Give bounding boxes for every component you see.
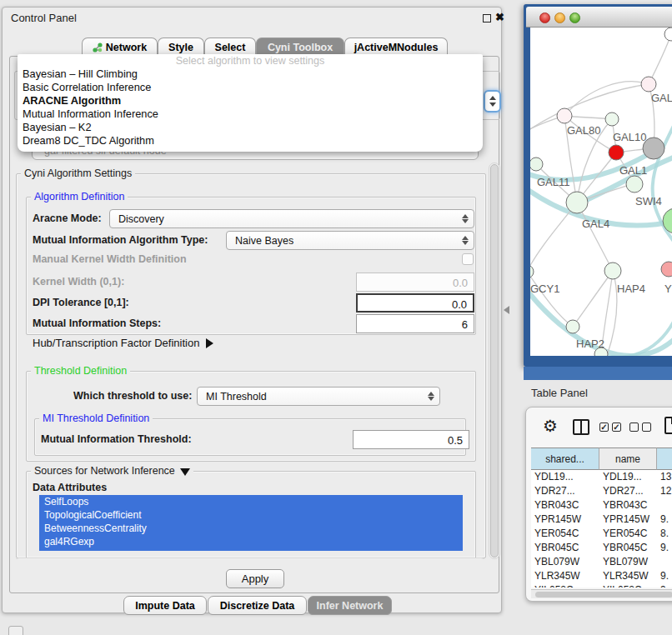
algorithm-combobox-spinner[interactable]	[484, 90, 501, 112]
network-edge[interactable]	[649, 34, 671, 84]
table-row[interactable]: YDR27...YDR27...12	[531, 484, 672, 498]
network-canvas[interactable]: GAL GAL80 GAL10 GAL1 GAL11 SWI4 GAL4 GCY…	[530, 28, 672, 356]
network-node[interactable]	[641, 77, 656, 92]
list-item-selected[interactable]: TopologicalCoefficient	[44, 509, 142, 522]
cell: YDR27...	[599, 484, 657, 498]
table-row[interactable]: YBL079WYBL079W	[531, 555, 672, 569]
table-horizontal-scrollbar[interactable]	[531, 589, 672, 598]
network-node[interactable]	[530, 265, 534, 278]
network-node[interactable]	[609, 145, 624, 160]
table-row[interactable]: YIL052CYIL052C9	[531, 583, 672, 588]
network-node[interactable]	[605, 112, 619, 126]
list-item-selected[interactable]: SelfLoops	[44, 496, 88, 509]
table-row[interactable]: YPR145WYPR145W9.	[531, 512, 672, 527]
cell: YBL079W	[531, 555, 599, 569]
list-item-selected[interactable]: BetweennessCentrality	[44, 522, 147, 536]
network-edge[interactable]	[573, 271, 613, 327]
node-label: GCY1	[530, 282, 559, 295]
network-node[interactable]	[557, 108, 572, 123]
which-threshold-combobox[interactable]: MI Threshold	[197, 387, 440, 406]
zoom-traffic-light[interactable]	[569, 12, 580, 23]
tab-label: Style	[168, 42, 193, 53]
algorithm-option[interactable]: Dream8 DC_TDC Algorithm	[23, 134, 154, 147]
group-title: Sources for Network Inference	[34, 465, 175, 477]
algorithm-option[interactable]: Bayesian – K2	[23, 121, 92, 133]
tab-infer-network[interactable]: Infer Network	[308, 596, 392, 615]
unchecked-checkbox-icon[interactable]	[629, 422, 639, 432]
hub-definition-expander[interactable]: Hub/Transcription Factor Definition	[33, 337, 213, 349]
close-traffic-light[interactable]	[539, 12, 550, 23]
network-node[interactable]	[664, 28, 672, 41]
tab-label: Select	[215, 42, 246, 53]
tab-label: Discretize Data	[220, 600, 295, 612]
cell: YDR27...	[531, 484, 599, 498]
cell: 8.	[657, 527, 672, 541]
table-row[interactable]: YBR043CYBR043C	[531, 498, 672, 512]
dpi-tolerance-field[interactable]: 0.0	[356, 293, 474, 312]
network-edge[interactable]	[607, 271, 617, 356]
mi-steps-label: Mutual Information Steps:	[33, 318, 161, 329]
gear-icon[interactable]: ⚙	[543, 416, 558, 436]
manual-kernel-checkbox[interactable]	[462, 253, 474, 265]
float-window-icon[interactable]	[483, 14, 491, 22]
close-icon[interactable]: ✖	[495, 11, 504, 23]
network-node[interactable]	[566, 320, 579, 333]
combobox-arrows-icon	[460, 232, 470, 249]
column-header[interactable]: A	[657, 448, 672, 470]
tab-discretize-data[interactable]: Discretize Data	[208, 596, 307, 615]
corner-button[interactable]	[8, 626, 23, 635]
column-header[interactable]: name	[599, 448, 657, 470]
cell: YBR045C	[599, 541, 657, 555]
table-row[interactable]: YLR345WYLR345W9.	[531, 569, 672, 583]
collapse-arrow-icon	[180, 468, 190, 476]
mi-type-combobox[interactable]: Naive Bayes	[226, 231, 474, 250]
split-columns-icon[interactable]	[573, 419, 589, 435]
mi-steps-field[interactable]: 6	[356, 314, 474, 333]
algorithm-option[interactable]: Basic Correlation Inference	[23, 81, 151, 93]
document-icon[interactable]	[664, 417, 672, 434]
dpi-tolerance-label: DPI Tolerance [0,1]:	[33, 297, 129, 308]
network-node[interactable]	[566, 192, 588, 213]
algorithm-option[interactable]: Bayesian – Hill Climbing	[23, 68, 138, 80]
kernel-width-field[interactable]: 0.0	[356, 272, 474, 292]
aracne-mode-combobox[interactable]: Discovery	[109, 209, 474, 228]
unchecked-checkbox-icon[interactable]	[642, 422, 651, 432]
network-node[interactable]	[661, 262, 672, 277]
minimize-traffic-light[interactable]	[554, 12, 565, 23]
table-row[interactable]: YER054CYER054C8.	[531, 527, 672, 541]
sources-group-title[interactable]: Sources for Network Inference	[31, 465, 193, 477]
table-row[interactable]: YBR045CYBR045C9.	[531, 541, 672, 555]
window-title: Control Panel	[11, 12, 77, 24]
network-node[interactable]	[530, 158, 543, 171]
node-label: SWI4	[635, 195, 662, 208]
table-row[interactable]: YDL19...YDL19...13	[531, 470, 672, 484]
which-threshold-label: Which threshold to use:	[73, 390, 192, 402]
table-panel: ⚙ ✓ ✓ shared... name A YDL19...YDL19...1…	[525, 407, 672, 602]
vertical-scrollbar[interactable]	[489, 162, 500, 559]
horizontal-scrollbar[interactable]	[14, 558, 486, 559]
list-item-selected[interactable]: gal4RGexp	[44, 536, 94, 549]
cell: 9	[657, 583, 672, 588]
cell: YER054C	[599, 527, 657, 541]
node-label: GAL4	[582, 218, 609, 230]
cell: 12	[657, 484, 672, 498]
panel-divider-handle[interactable]	[504, 306, 509, 314]
checked-checkbox-icon[interactable]: ✓	[612, 422, 621, 432]
checked-checkbox-icon[interactable]: ✓	[599, 422, 609, 432]
network-node[interactable]	[626, 176, 643, 192]
network-edge[interactable]	[577, 202, 613, 271]
vertical-scrollbar-thumb[interactable]	[490, 164, 499, 558]
mi-threshold-field[interactable]: 0.5	[353, 430, 469, 449]
tab-impute-data[interactable]: Impute Data	[123, 596, 207, 615]
algorithm-option[interactable]: Mutual Information Inference	[23, 108, 158, 120]
table-horizontal-scrollbar-thumb[interactable]	[535, 592, 672, 598]
combobox-arrows-icon	[460, 210, 470, 228]
aracne-mode-label: Aracne Mode:	[33, 212, 102, 224]
algorithm-option-selected[interactable]: ARACNE Algorithm	[23, 94, 121, 107]
cell: YPR145W	[531, 512, 599, 527]
node-label: HAP4	[617, 282, 645, 295]
column-header[interactable]: shared...	[531, 448, 599, 470]
network-node[interactable]	[604, 262, 621, 279]
apply-button[interactable]: Apply	[226, 569, 284, 588]
table-panel-title: Table Panel	[531, 387, 588, 399]
